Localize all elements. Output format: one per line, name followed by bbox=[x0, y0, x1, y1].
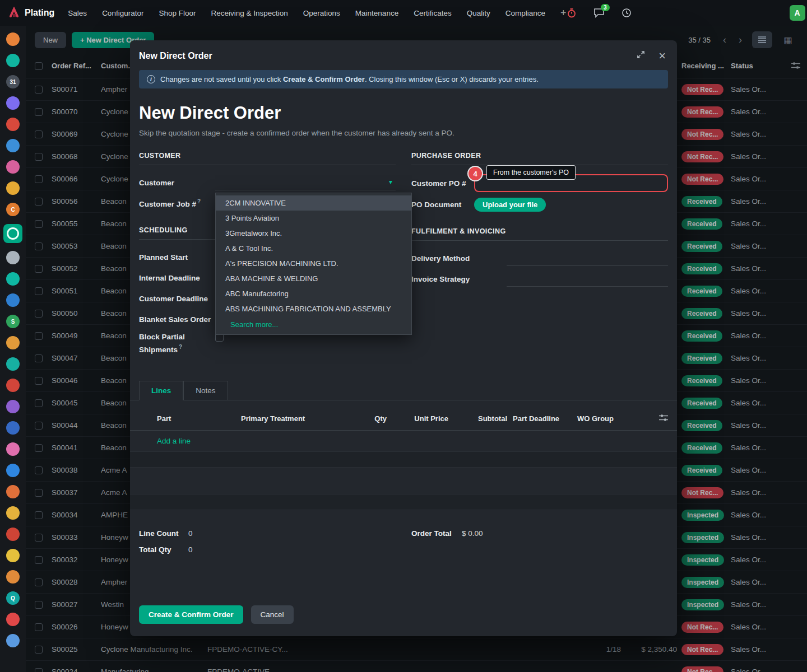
sidebar-app-icon[interactable] bbox=[6, 485, 20, 498]
customer-po-input[interactable]: 4 From the customer's PO bbox=[474, 174, 668, 192]
nav-menu-item[interactable]: Receiving & Inspection bbox=[211, 9, 287, 17]
line-count-label: Line Count bbox=[139, 529, 188, 538]
chevron-down-icon[interactable]: ▾ bbox=[389, 178, 392, 186]
header-unit-price: Unit Price bbox=[392, 414, 454, 423]
sidebar-app-icon[interactable] bbox=[6, 421, 20, 435]
create-confirm-order-button[interactable]: Create & Confirm Order bbox=[139, 605, 243, 624]
app-brand[interactable]: Plating bbox=[8, 7, 54, 19]
delivery-method-input[interactable] bbox=[507, 250, 668, 266]
expand-icon[interactable] bbox=[637, 50, 645, 61]
order-summary: Line Count0 Total Qty0 Order Total$ 0.00 bbox=[130, 510, 677, 562]
nav-menu-item[interactable]: Configurator bbox=[102, 9, 143, 17]
tab-lines[interactable]: Lines bbox=[139, 381, 183, 400]
customer-field-row: Customer ▾ 2CM INNOVATIVE3 Points Aviati… bbox=[139, 174, 396, 191]
header-primary-treatment: Primary Treatment bbox=[241, 414, 353, 423]
sidebar-app-icon[interactable] bbox=[6, 118, 20, 131]
dropdown-option[interactable]: A's PRECISION MACHINING LTD. bbox=[216, 256, 411, 271]
customer-select[interactable]: ▾ 2CM INNOVATIVE3 Points Aviation3Gmetal… bbox=[215, 175, 396, 190]
sidebar-app-icon[interactable] bbox=[6, 357, 20, 371]
sidebar-app-icon[interactable] bbox=[6, 32, 20, 46]
upload-file-button[interactable]: Upload your file bbox=[474, 198, 546, 212]
order-total-label: Order Total bbox=[411, 529, 462, 538]
header-subtotal: Subtotal bbox=[454, 414, 513, 423]
dropdown-option[interactable]: 3 Points Aviation bbox=[216, 211, 411, 226]
apps-sidebar: 31 C S Q bbox=[0, 26, 26, 672]
sidebar-app-icon[interactable] bbox=[6, 506, 20, 520]
summary-right: Order Total$ 0.00 bbox=[411, 529, 668, 562]
sidebar-app-icon[interactable] bbox=[6, 570, 20, 584]
dropdown-option[interactable]: ABS MACHINING FABRICATION AND ASSEMBLY bbox=[216, 301, 411, 316]
po-document-row: PO Document Upload your file bbox=[411, 196, 668, 213]
sidebar-app-icon[interactable] bbox=[6, 549, 20, 562]
sidebar-app-icon[interactable] bbox=[6, 272, 20, 286]
nav-menu-item[interactable]: Maintenance bbox=[355, 9, 398, 17]
sidebar-app-icon[interactable]: Q bbox=[6, 591, 20, 605]
timesheet-timer-icon[interactable] bbox=[567, 8, 577, 18]
po-document-label: PO Document bbox=[411, 200, 474, 209]
user-avatar[interactable]: A bbox=[790, 5, 805, 21]
sidebar-app-icon[interactable] bbox=[6, 96, 20, 110]
dropdown-option[interactable]: 2CM INNOVATIVE bbox=[216, 195, 411, 211]
sidebar-app-icon[interactable] bbox=[6, 400, 20, 413]
dropdown-option[interactable]: ABA MACHINE & WELDING bbox=[216, 271, 411, 286]
sidebar-app-icon[interactable]: S bbox=[6, 315, 20, 328]
modal-header: New Direct Order × bbox=[130, 40, 677, 67]
purchase-section-title: PURCHASE ORDER bbox=[411, 152, 668, 165]
dropdown-option[interactable]: A & C Tool Inc. bbox=[216, 241, 411, 256]
help-icon[interactable]: ? bbox=[179, 344, 182, 350]
sidebar-app-icon[interactable] bbox=[6, 634, 20, 647]
chat-icon[interactable]: 3 bbox=[593, 8, 605, 18]
block-partial-label: Block Partial Shipments? bbox=[139, 332, 215, 356]
scheduling-label: Internal Deadline bbox=[139, 274, 215, 282]
nav-menu-item[interactable]: Operations bbox=[303, 9, 340, 17]
add-a-line-link[interactable]: Add a line bbox=[130, 431, 677, 452]
sidebar-app-icon[interactable] bbox=[6, 54, 20, 67]
onboarding-step-badge: 4 bbox=[469, 167, 482, 180]
activities-clock-icon[interactable] bbox=[622, 8, 632, 18]
fulfilment-section-title: FULFILMENT & INVOICING bbox=[411, 227, 668, 241]
customer-column: CUSTOMER Customer ▾ 2CM INNOVATIVE3 Poin… bbox=[139, 152, 396, 360]
sidebar-app-icon[interactable] bbox=[6, 379, 20, 392]
navbar-systray: 3 A bbox=[567, 5, 805, 21]
invoice-strategy-input[interactable] bbox=[507, 271, 668, 287]
dropdown-option[interactable]: 3Gmetalworx Inc. bbox=[216, 226, 411, 241]
customer-section-title: CUSTOMER bbox=[139, 152, 396, 165]
search-more-link[interactable]: Search more... bbox=[216, 316, 411, 333]
sidebar-app-icon[interactable] bbox=[6, 528, 20, 541]
nav-menu-item[interactable]: Certificates bbox=[414, 9, 452, 17]
cancel-button[interactable]: Cancel bbox=[251, 605, 294, 624]
line-columns-settings-icon[interactable] bbox=[659, 414, 668, 423]
customer-label: Customer bbox=[139, 179, 215, 187]
tab-notes[interactable]: Notes bbox=[183, 381, 228, 400]
sidebar-app-icon[interactable] bbox=[3, 224, 22, 243]
dropdown-option[interactable]: ABC Manufactoring bbox=[216, 286, 411, 301]
sidebar-app-icon[interactable] bbox=[6, 613, 20, 626]
sidebar-app-icon[interactable] bbox=[6, 181, 20, 195]
sidebar-app-icon[interactable] bbox=[6, 442, 20, 456]
page-subtitle: Skip the quotation stage - create a conf… bbox=[130, 125, 677, 150]
unsaved-changes-banner: i Changes are not saved until you click … bbox=[139, 70, 668, 88]
order-total-value: $ 0.00 bbox=[462, 529, 483, 538]
close-icon[interactable]: × bbox=[658, 52, 666, 60]
scheduling-label: Blanket Sales Order bbox=[139, 315, 215, 324]
purchase-order-column: PURCHASE ORDER Customer PO # 4 From the … bbox=[411, 152, 668, 360]
sidebar-app-icon[interactable] bbox=[6, 139, 20, 152]
scheduling-label: Customer Deadline bbox=[139, 295, 215, 303]
empty-line-row bbox=[130, 452, 677, 468]
invoice-strategy-row: Invoice Strategy bbox=[411, 270, 668, 287]
sidebar-app-icon[interactable]: 31 bbox=[6, 75, 20, 88]
nav-add-icon[interactable]: + bbox=[560, 7, 567, 19]
sidebar-app-icon[interactable]: C bbox=[6, 203, 20, 216]
customer-po-row: Customer PO # 4 From the customer's PO bbox=[411, 174, 668, 192]
sidebar-app-icon[interactable] bbox=[6, 293, 20, 307]
nav-menu-item[interactable]: Shop Floor bbox=[159, 9, 196, 17]
help-icon[interactable]: ? bbox=[197, 198, 201, 204]
nav-menu-item[interactable]: Sales bbox=[68, 9, 87, 17]
summary-left: Line Count0 Total Qty0 bbox=[139, 529, 396, 562]
sidebar-app-icon[interactable] bbox=[6, 251, 20, 264]
sidebar-app-icon[interactable] bbox=[6, 336, 20, 349]
nav-menu-item[interactable]: Quality bbox=[467, 9, 490, 17]
sidebar-app-icon[interactable] bbox=[6, 464, 20, 477]
nav-menu-item[interactable]: Compliance bbox=[505, 9, 545, 17]
sidebar-app-icon[interactable] bbox=[6, 160, 20, 174]
